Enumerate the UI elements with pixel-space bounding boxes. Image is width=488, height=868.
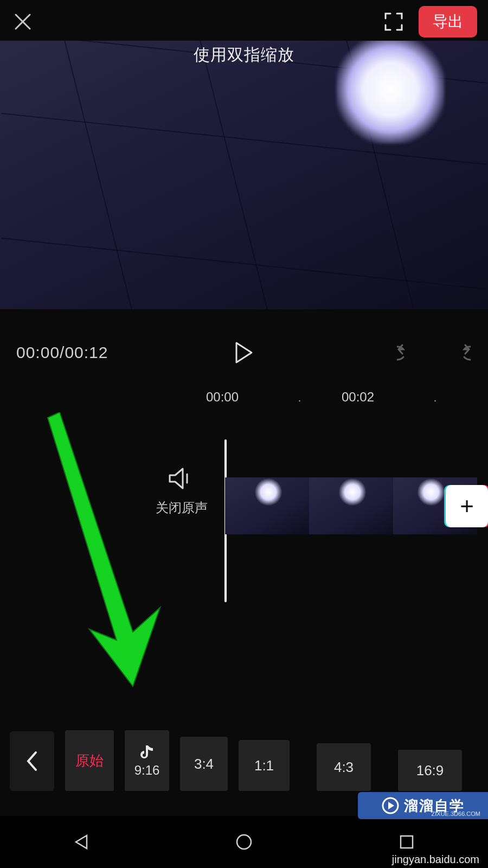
close-button[interactable] [11,10,35,34]
nav-home-button[interactable] [222,826,266,858]
video-preview[interactable]: 使用双指缩放 [0,41,488,309]
undo-icon [397,344,422,361]
undo-button[interactable] [396,339,423,366]
fullscreen-button[interactable] [382,10,406,34]
speaker-icon [168,467,196,490]
time-ruler[interactable]: 00:00 · 00:02 · [0,390,488,411]
watermark-credit: jingyan.baidu.com [392,853,479,866]
play-circle-icon [381,796,400,815]
triangle-back-icon [72,832,91,852]
play-button[interactable] [230,339,258,366]
add-clip-button[interactable]: + [446,485,488,527]
plus-icon: + [460,493,474,520]
ratio-16-9[interactable]: 16:9 [398,750,462,791]
ruler-tick: 00:02 [342,390,374,405]
timeline[interactable]: 关闭原声 + [0,423,488,618]
aspect-ratio-bar: 原始 9:16 3:4 1:1 4:3 16:9 [0,727,488,797]
ruler-dot: · [298,395,301,406]
play-icon [233,341,255,365]
watermark-sub: ZIXUE.3D66.COM [432,810,480,817]
watermark-badge: 溜溜自学 ZIXUE.3D66.COM [358,792,488,819]
ratio-4-3[interactable]: 4:3 [317,743,371,791]
mute-label: 关闭原声 [152,499,211,516]
chevron-left-icon [25,750,39,772]
time-display: 00:00/00:12 [16,343,108,362]
mute-original-audio-button[interactable]: 关闭原声 [152,467,211,516]
ruler-tick: 00:00 [206,390,239,405]
fullscreen-icon [383,11,404,32]
ratio-1-1[interactable]: 1:1 [239,740,290,791]
close-icon [13,12,33,31]
svg-point-4 [237,835,251,849]
nav-back-button[interactable] [60,826,103,858]
clip-thumbnail[interactable] [225,477,309,534]
ruler-dot: · [434,395,436,406]
ratio-3-4[interactable]: 3:4 [180,737,228,791]
ratio-label: 9:16 [134,763,160,778]
ratio-back-button[interactable] [10,731,54,791]
preview-light [336,41,445,144]
square-recent-icon [397,833,416,851]
ratio-9-16[interactable]: 9:16 [125,730,169,791]
redo-button[interactable] [445,339,472,366]
export-button[interactable]: 导出 [419,6,477,37]
svg-rect-5 [401,836,413,848]
clip-thumbnail[interactable] [309,477,393,534]
ratio-original[interactable]: 原始 [65,730,114,791]
pinch-zoom-hint: 使用双指缩放 [194,44,294,66]
circle-home-icon [234,832,254,852]
redo-icon [446,344,471,361]
douyin-icon [139,743,155,760]
